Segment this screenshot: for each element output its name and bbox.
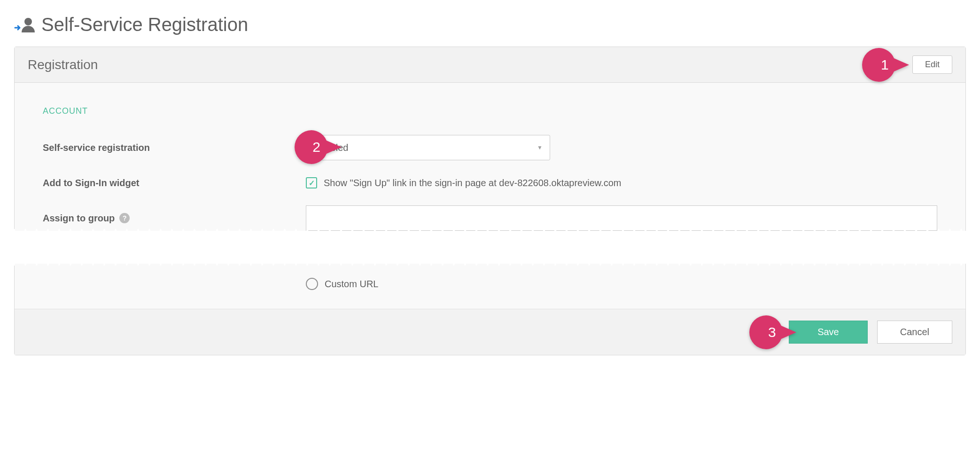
self-service-row: Self-service registration 2 Enabled ▼ <box>43 135 937 160</box>
panel-body: ACCOUNT Self-service registration 2 Enab… <box>15 83 965 309</box>
signin-widget-label: Add to Sign-In widget <box>43 178 306 188</box>
callout-1-number: 1 <box>881 57 889 73</box>
checkmark-icon: ✓ <box>309 179 315 188</box>
custom-url-label: Custom URL <box>325 279 378 290</box>
callout-1: 1 <box>862 48 909 82</box>
callout-2-number: 2 <box>312 139 320 155</box>
account-section-label: ACCOUNT <box>43 106 937 116</box>
content-break <box>14 231 966 264</box>
edit-button[interactable]: Edit <box>912 55 952 74</box>
callout-2: 2 <box>295 130 342 164</box>
panel-title: Registration <box>28 57 98 72</box>
cancel-button[interactable]: Cancel <box>877 321 952 344</box>
assign-group-input[interactable] <box>306 205 937 231</box>
registration-panel: Registration 1 Edit ACCOUNT Self-service… <box>14 47 966 355</box>
signin-widget-row: Add to Sign-In widget ✓ Show "Sign Up" l… <box>43 177 937 188</box>
assign-group-row: Assign to group ? <box>43 205 937 231</box>
svg-point-0 <box>24 18 32 25</box>
checkbox-icon: ✓ <box>306 177 317 188</box>
signin-widget-checkbox-label: Show "Sign Up" link in the sign-in page … <box>324 178 621 188</box>
panel-header: Registration 1 Edit <box>15 47 965 83</box>
radio-icon <box>306 278 318 290</box>
assign-group-label-text: Assign to group <box>43 213 115 224</box>
self-service-icon <box>14 16 36 33</box>
self-service-select[interactable]: Enabled <box>306 135 550 160</box>
callout-3-number: 3 <box>768 324 776 340</box>
custom-url-row[interactable]: Custom URL <box>306 278 937 290</box>
help-icon[interactable]: ? <box>119 213 130 223</box>
callout-3: 3 <box>749 315 796 349</box>
assign-group-label: Assign to group ? <box>43 213 306 224</box>
page-title: Self-Service Registration <box>41 14 248 35</box>
save-button[interactable]: Save <box>789 321 868 344</box>
page-header: Self-Service Registration <box>14 14 966 35</box>
panel-footer: 3 Save Cancel <box>15 309 965 355</box>
self-service-select-wrap: Enabled ▼ <box>306 135 550 160</box>
signin-widget-checkbox[interactable]: ✓ Show "Sign Up" link in the sign-in pag… <box>306 177 621 188</box>
self-service-label: Self-service registration <box>43 142 306 153</box>
